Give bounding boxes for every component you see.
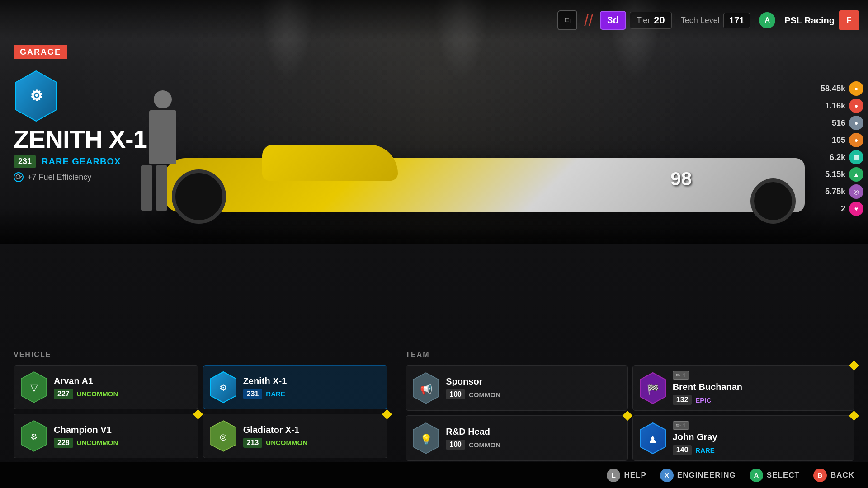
- resource-green: 5.15k ▲: [818, 167, 863, 182]
- svg-text:⚙: ⚙: [30, 432, 38, 441]
- svg-text:▽: ▽: [30, 382, 38, 393]
- car-bonus: ⟳ +7 Fuel Efficiency: [14, 172, 147, 182]
- select-label: SELECT: [767, 471, 800, 480]
- car-rarity: RARE GEARBOX: [42, 156, 121, 167]
- select-button[interactable]: A SELECT: [750, 469, 800, 482]
- card-champion-v1[interactable]: ⚙ Champion V1 228 UNCOMMON: [14, 414, 198, 458]
- svg-text:♟: ♟: [648, 434, 657, 445]
- sponsor-info: Sponsor 100 COMMON: [446, 376, 622, 399]
- svg-text:📢: 📢: [420, 383, 433, 395]
- gladiator-icon: ◎: [209, 420, 238, 452]
- card-brent-buchanan[interactable]: 🏁 ✏1 Brent Buchanan 132 EPIC: [632, 365, 854, 411]
- svg-text:💡: 💡: [420, 433, 433, 446]
- garage-label: GARAGE: [14, 45, 67, 59]
- red-icon: ●: [849, 99, 863, 113]
- brent-icon: 🏁: [638, 372, 667, 404]
- car-info-panel: ⚙ ZENITH X-1 231 RARE GEARBOX ⟳ +7 Fuel …: [14, 70, 147, 182]
- green-icon: ▲: [849, 167, 863, 182]
- x-button-icon: X: [660, 469, 674, 482]
- resource-teal: 6.2k ▦: [818, 150, 863, 164]
- person-silhouette: [140, 90, 185, 217]
- zenith-icon: ⚙: [209, 371, 238, 404]
- rd-info: R&D Head 100 COMMON: [446, 427, 622, 450]
- zenith-info: Zenith X-1 231 RARE: [243, 376, 382, 399]
- engineering-button[interactable]: X ENGINEERING: [660, 469, 736, 482]
- svg-text:🏁: 🏁: [646, 383, 659, 395]
- resource-bar: 58.45k ● 1.16k ● 516 ● 105 ● 6.2k ▦ 5.15…: [818, 81, 863, 216]
- a-button-icon: A: [750, 469, 763, 482]
- timer-badge: 3d: [600, 11, 626, 30]
- wheel-front: [750, 178, 796, 224]
- orange-icon: ●: [849, 133, 863, 147]
- champion-info: Champion V1 228 UNCOMMON: [54, 425, 193, 448]
- help-label: HELP: [624, 471, 646, 480]
- arvan-info: Arvan A1 227 UNCOMMON: [54, 376, 193, 399]
- john-info: ✏1 John Gray 140 RARE: [673, 421, 849, 455]
- diamond-gladiator: [382, 409, 392, 420]
- vehicle-cards-grid: ▽ Arvan A1 227 UNCOMMON: [14, 365, 387, 458]
- resource-blue: 516 ●: [818, 116, 863, 130]
- resource-purple: 5.75k ◎: [818, 184, 863, 199]
- card-john-gray[interactable]: ♟ ✏1 John Gray 140 RARE: [632, 415, 854, 461]
- vehicle-section-title: VEHICLE: [14, 351, 387, 359]
- l-button-icon: L: [607, 469, 620, 482]
- account-display: A: [759, 12, 775, 28]
- card-rd-head[interactable]: 💡 R&D Head 100 COMMON: [406, 415, 627, 461]
- pink-icon: ♥: [849, 202, 863, 216]
- copy-icon: ⧉: [565, 16, 571, 25]
- brent-badge: ✏1: [673, 371, 689, 380]
- fuel-icon: ⟳: [14, 172, 24, 182]
- champion-icon: ⚙: [19, 420, 48, 452]
- john-name-row: ✏1: [673, 421, 849, 430]
- grey-icon: ●: [849, 116, 863, 130]
- brent-info: ✏1 Brent Buchanan 132 EPIC: [673, 371, 849, 405]
- help-button[interactable]: L HELP: [607, 469, 646, 482]
- resource-gold: 58.45k ●: [818, 81, 863, 96]
- car-name: ZENITH X-1: [14, 127, 147, 152]
- f1-badge: F: [839, 10, 859, 30]
- svg-text:⚙: ⚙: [219, 383, 227, 393]
- action-bar: L HELP X ENGINEERING A SELECT B BACK: [0, 462, 868, 488]
- team-display: PSL Racing F: [784, 10, 859, 30]
- top-hud: ⧉ // 3d Tier 20 Tech Level 171 A PSL Rac…: [0, 0, 868, 41]
- resource-pink: 2 ♥: [818, 202, 863, 216]
- svg-text:◎: ◎: [220, 432, 227, 441]
- b-button-icon: B: [813, 469, 827, 482]
- john-icon: ♟: [638, 422, 667, 455]
- diamond-champion: [193, 409, 203, 420]
- card-zenith-x1[interactable]: ⚙ Zenith X-1 231 RARE: [203, 365, 388, 409]
- car-body: [163, 158, 805, 212]
- engineering-label: ENGINEERING: [677, 471, 736, 480]
- rd-icon: 💡: [411, 422, 440, 455]
- back-label: BACK: [830, 471, 854, 480]
- card-gladiator-x1[interactable]: ◎ Gladiator X-1 213 UNCOMMON: [203, 414, 388, 458]
- tech-level-display: Tech Level 171: [681, 13, 750, 28]
- team-section: TEAM 📢 Sponsor 100 COMMON: [406, 351, 854, 461]
- svg-text:⚙: ⚙: [30, 88, 43, 104]
- copy-button[interactable]: ⧉: [557, 10, 577, 30]
- arvan-icon: ▽: [19, 371, 48, 404]
- hud-divider: //: [584, 11, 593, 30]
- team-section-title: TEAM: [406, 351, 854, 359]
- resource-red: 1.16k ●: [818, 99, 863, 113]
- sponsor-icon: 📢: [411, 372, 440, 404]
- gladiator-info: Gladiator X-1 213 UNCOMMON: [243, 425, 382, 448]
- vehicle-section: VEHICLE ▽ Arvan A1 227 UNCOMMON: [14, 351, 387, 461]
- card-arvan-a1[interactable]: ▽ Arvan A1 227 UNCOMMON: [14, 365, 198, 409]
- car-hex-icon: ⚙: [14, 70, 59, 122]
- car-stat-number: 231: [14, 155, 36, 168]
- john-badge: ✏1: [673, 421, 689, 430]
- car-display: 98: [127, 108, 805, 226]
- teal-icon: ▦: [849, 150, 863, 164]
- car-number: 98: [670, 168, 692, 190]
- team-cards-grid: 📢 Sponsor 100 COMMON 🏁: [406, 365, 854, 461]
- car-stats-row: 231 RARE GEARBOX: [14, 155, 147, 168]
- resource-orange: 105 ●: [818, 133, 863, 147]
- back-button[interactable]: B BACK: [813, 469, 854, 482]
- tier-display: Tier 20: [630, 12, 672, 29]
- card-sponsor[interactable]: 📢 Sponsor 100 COMMON: [406, 365, 627, 411]
- diamond-rd: [622, 411, 632, 421]
- purple-icon: ◎: [849, 184, 863, 199]
- sections-container: VEHICLE ▽ Arvan A1 227 UNCOMMON: [14, 351, 854, 461]
- gold-icon: ●: [849, 81, 863, 96]
